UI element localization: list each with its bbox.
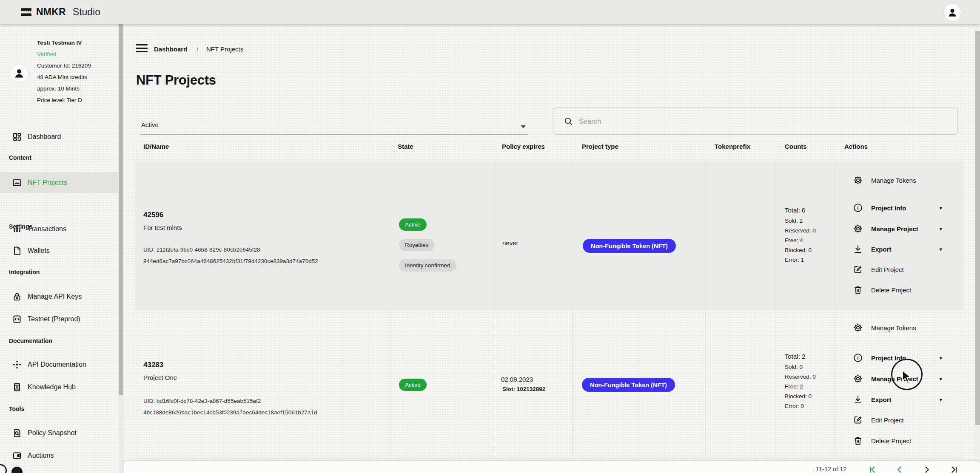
person-icon xyxy=(947,7,958,18)
action-label: Export xyxy=(871,246,892,253)
info-icon xyxy=(853,353,863,363)
column-divider xyxy=(835,161,835,459)
sidebar-scrollbar[interactable] xyxy=(119,24,123,473)
pagination-range: 11-12 of 12 xyxy=(816,466,846,473)
count-sold: Sold: 0 xyxy=(785,362,844,372)
project-uid-line1: UID: 211f2efa-9bc0-46b8-829c-80cb2e645f2… xyxy=(143,246,260,253)
count-free: Free: 2 xyxy=(785,382,844,391)
main-scrollbar-thumb[interactable] xyxy=(975,31,980,425)
column-header-id-name[interactable]: ID/Name xyxy=(143,143,169,150)
sidebar-item-manage-api-keys[interactable]: Manage API Keys xyxy=(0,287,118,306)
project-uid-line1: UID: bd16fc0f-dc78-42e3-a867-d55eab515af… xyxy=(143,398,261,404)
profile-name: Testi Testman IV xyxy=(37,40,82,46)
profile-avatar[interactable] xyxy=(10,64,28,82)
sidebar-item-auctions[interactable]: Auctions xyxy=(0,446,118,465)
next-page-button[interactable] xyxy=(922,465,932,473)
edit-icon xyxy=(853,264,863,275)
search-box[interactable] xyxy=(553,108,958,135)
policy-expires-value: 02.09.2023 xyxy=(501,376,533,383)
sidebar-item-nft-projects[interactable]: NFT Projects xyxy=(0,172,118,193)
count-blocked: Blocked: 0 xyxy=(785,391,844,401)
action-label: Manage Project xyxy=(871,225,918,232)
status-filter-select[interactable]: Active xyxy=(140,120,528,135)
column-header-policy-expires[interactable]: Policy expires xyxy=(502,143,545,150)
project-id[interactable]: 43283 xyxy=(143,361,163,369)
status-badge-active: Active xyxy=(399,379,427,391)
action-project-info[interactable]: Project Info ▾ xyxy=(844,199,959,216)
action-manage-tokens[interactable]: Manage Tokens xyxy=(844,319,959,336)
mouse-cursor xyxy=(902,370,913,385)
sidebar-item-knowledge-hub[interactable]: Knowledge Hub xyxy=(0,378,118,397)
sidebar-item-testnet[interactable]: Testnet (Preprod) xyxy=(0,310,118,329)
column-header-state[interactable]: State xyxy=(398,143,413,150)
last-page-icon xyxy=(949,465,959,473)
action-label: Export xyxy=(871,396,892,403)
action-manage-tokens[interactable]: Manage Tokens xyxy=(844,172,959,189)
table-bottom-border xyxy=(135,459,963,459)
nmkr-logo[interactable]: NMKR Studio xyxy=(20,6,100,18)
sidebar-item-policy-snapshot[interactable]: Policy Snapshot xyxy=(0,424,118,442)
sidebar-scrollbar-thumb[interactable] xyxy=(119,24,123,395)
action-label: Delete Project xyxy=(871,286,911,294)
brand-name: NMKR xyxy=(36,6,66,18)
action-export[interactable]: Export ▾ xyxy=(844,391,959,408)
sidebar-item-api-documentation[interactable]: API Documentation xyxy=(0,355,118,374)
breadcrumb-separator: / xyxy=(197,45,198,53)
count-total: Total: 2 xyxy=(785,353,844,360)
project-uid-line2: 4bc188de8626bac1bec14cb53f0239a7aec64dec… xyxy=(143,409,317,416)
menu-toggle-icon[interactable] xyxy=(136,44,148,53)
action-edit-project[interactable]: Edit Project xyxy=(844,411,959,428)
previous-page-button[interactable] xyxy=(895,465,904,473)
verified-badge: Verified xyxy=(37,51,56,57)
sidebar-item-wallets[interactable]: Wallets xyxy=(0,241,118,260)
column-header-actions[interactable]: Actions xyxy=(844,143,868,150)
action-label: Edit Project xyxy=(871,416,904,424)
chevron-down-icon: ▾ xyxy=(939,205,942,211)
project-id[interactable]: 42596 xyxy=(143,211,163,219)
customer-id: Customer-Id: 216209 xyxy=(37,62,91,69)
counts-cell: Total: 6 Sold: 1 Reserved: 0 Free: 4 Blo… xyxy=(785,207,844,265)
sidebar-item-label: API Documentation xyxy=(28,361,86,368)
first-page-button[interactable] xyxy=(868,465,877,473)
count-free: Free: 4 xyxy=(785,235,844,245)
action-export[interactable]: Export ▾ xyxy=(844,241,959,258)
download-icon xyxy=(853,244,863,254)
edit-icon xyxy=(853,415,863,425)
breadcrumb-nft-projects[interactable]: NFT Projects xyxy=(206,45,243,53)
download-icon xyxy=(853,394,863,405)
action-manage-project[interactable]: Manage Project ▾ xyxy=(844,220,959,237)
divider xyxy=(844,194,954,194)
gear-icon xyxy=(853,175,863,185)
sidebar-item-dashboard[interactable]: Dashboard xyxy=(0,127,118,146)
column-header-project-type[interactable]: Project type xyxy=(582,143,618,150)
main-scrollbar[interactable] xyxy=(975,24,980,473)
policy-expires-value: never xyxy=(502,239,518,246)
project-uid-line2: 944ed6ac7a97bc064a4648625432bf31f79d4230… xyxy=(143,258,318,264)
chevron-right-icon xyxy=(922,465,932,473)
column-header-counts[interactable]: Counts xyxy=(785,143,807,150)
breadcrumb-dashboard[interactable]: Dashboard xyxy=(154,45,187,53)
chevron-down-icon: ▾ xyxy=(939,397,942,403)
column-divider xyxy=(775,161,775,459)
sidebar-heading-tools: Tools xyxy=(9,405,24,412)
trash-icon xyxy=(853,436,863,446)
user-avatar[interactable] xyxy=(943,3,961,21)
action-delete-project[interactable]: Delete Project xyxy=(844,432,959,449)
sidebar-heading-documentation: Documentation xyxy=(9,337,52,344)
chevron-down-icon: ▾ xyxy=(939,376,942,382)
brand-suffix: Studio xyxy=(73,6,100,18)
project-name: For test mints xyxy=(143,224,182,231)
nmkr-studio-app: { "topbar": { "brand_bold": "NMKR", "bra… xyxy=(0,0,980,473)
column-divider xyxy=(572,161,573,459)
column-divider xyxy=(495,161,495,459)
gear-icon xyxy=(853,323,863,333)
action-edit-project[interactable]: Edit Project xyxy=(844,261,959,278)
search-input[interactable] xyxy=(579,117,945,125)
last-page-button[interactable] xyxy=(949,465,959,473)
action-label: Delete Project xyxy=(871,437,911,445)
select-underline xyxy=(140,134,528,135)
action-delete-project[interactable]: Delete Project xyxy=(844,281,959,298)
column-header-tokenprefix[interactable]: Tokenprefix xyxy=(715,143,750,150)
chevron-down-icon: ▾ xyxy=(939,355,942,361)
action-label: Manage Tokens xyxy=(871,177,916,184)
